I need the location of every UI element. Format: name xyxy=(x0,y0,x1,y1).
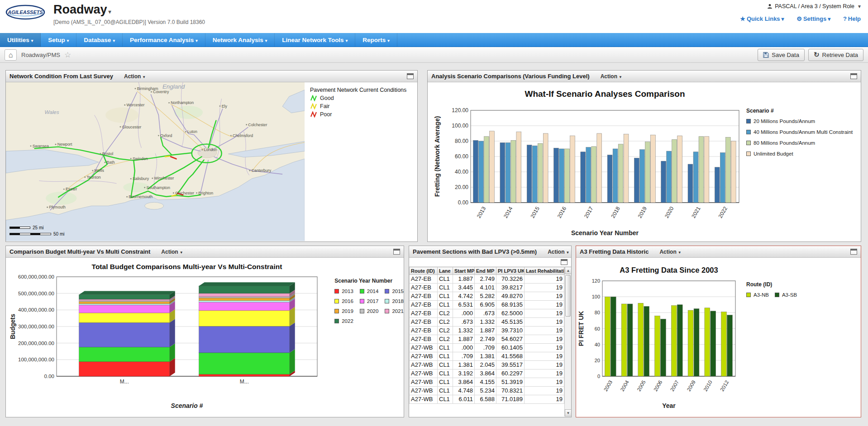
bar xyxy=(725,137,730,203)
vertical-scrollbar[interactable]: ▲ ▼ xyxy=(564,267,571,417)
action-menu[interactable]: Action▼ xyxy=(548,249,569,255)
bar xyxy=(705,308,710,376)
legend-title: Scenario # xyxy=(746,108,853,114)
legend-item: 2013 xyxy=(334,289,353,294)
table-row[interactable]: A27-EBCL21.3321.88739.731019 xyxy=(410,327,564,335)
version-text: [Demo (AMS_IL_07_00@AGILEDBP)] Version 7… xyxy=(53,19,205,25)
table-row[interactable]: A27-WBCL1.7091.38141.556819 xyxy=(410,352,564,361)
table-cell: 19 xyxy=(525,369,564,378)
caret-down-icon: ▼ xyxy=(678,251,682,255)
table-row[interactable]: A27-EBCL2.000.67362.500019 xyxy=(410,309,564,318)
column-header[interactable]: Lane xyxy=(438,267,453,275)
legend-item: 40 Millions Pounds/Annum Multi Constrain… xyxy=(746,129,853,135)
maximize-icon[interactable] xyxy=(561,259,568,265)
caret-down-icon: ▼ xyxy=(566,251,570,255)
maximize-icon[interactable] xyxy=(850,73,857,79)
scroll-up-arrow[interactable]: ▲ xyxy=(565,267,571,274)
table-row[interactable]: A27-EBCL16.5316.90568.913519 xyxy=(410,301,564,309)
bar-segment xyxy=(79,301,170,302)
x-tick-label: 2003 xyxy=(603,379,613,392)
legend-item: 2016 xyxy=(334,298,353,304)
scroll-down-arrow[interactable]: ▼ xyxy=(565,409,571,417)
table-cell: CL1 xyxy=(438,344,453,352)
user-menu[interactable]: PASCAL / Area 3 / System Role▾ xyxy=(729,3,861,9)
nav-item-reports[interactable]: Reports▾ xyxy=(355,33,397,47)
table-row[interactable]: A27-WBCL13.8644.15551.391919 xyxy=(410,378,564,387)
action-menu[interactable]: Action▼ xyxy=(161,249,183,255)
table-cell: 41.5568 xyxy=(496,352,525,361)
bar xyxy=(618,144,623,203)
maximize-icon[interactable] xyxy=(407,73,414,79)
city-label: Bournemouth xyxy=(129,194,153,199)
y-tick-label: 600,000,000.00 xyxy=(18,274,54,279)
nav-item-setup[interactable]: Setup▾ xyxy=(41,33,76,47)
bar-top xyxy=(79,291,175,295)
table-row[interactable]: A27-WBCL16.0116.58871.018919 xyxy=(410,395,564,404)
table-cell: CL1 xyxy=(438,378,453,387)
city-dot xyxy=(158,135,159,136)
y-axis-label: Fretting (Network Average) xyxy=(434,116,441,197)
favorite-star-icon[interactable]: ☆ xyxy=(64,50,71,60)
table-row[interactable]: A27-WBCL14.7485.23470.832119 xyxy=(410,387,564,395)
agileassets-logo[interactable]: AGILEASSETS xyxy=(5,4,45,20)
table-row[interactable]: A27-WBCL1.000.70960.140519 xyxy=(410,344,564,352)
table-cell: 49.8270 xyxy=(496,292,525,301)
table-row[interactable]: A27-EBCL11.8872.74970.322619 xyxy=(410,275,564,284)
action-menu[interactable]: Action▼ xyxy=(124,73,146,80)
table-cell: 19 xyxy=(525,335,564,344)
table-cell: A27-WB xyxy=(410,378,438,387)
column-header[interactable]: Last Rehabilitation Y... xyxy=(525,267,564,275)
retrieve-data-button[interactable]: ↻ Retrieve Data xyxy=(808,49,863,61)
table-row[interactable]: A27-EBCL14.7425.28249.827019 xyxy=(410,292,564,301)
table-row[interactable]: A27-EBCL13.4454.10139.821719 xyxy=(410,284,564,292)
nav-item-network-analysis[interactable]: Network Analysis▾ xyxy=(205,33,275,47)
bar-side xyxy=(290,349,295,374)
home-button[interactable]: ⌂ xyxy=(5,49,17,61)
bar-side xyxy=(290,322,295,353)
save-data-button[interactable]: Save Data xyxy=(758,49,805,61)
bar xyxy=(693,152,698,203)
city-dot xyxy=(130,178,132,180)
legend-swatch xyxy=(334,299,339,303)
action-menu[interactable]: Action▼ xyxy=(659,249,681,255)
action-menu[interactable]: Action▼ xyxy=(601,73,622,80)
scroll-thumb[interactable] xyxy=(565,275,571,317)
table-row[interactable]: A27-EBCL21.8872.74954.602719 xyxy=(410,335,564,344)
nav-item-utilities[interactable]: Utilities▾ xyxy=(0,33,41,47)
bar xyxy=(704,137,709,203)
app-title-menu[interactable]: Roadway▾ xyxy=(53,3,205,17)
panel-title: Comparison Budget Multi-year Vs Multi Co… xyxy=(10,248,150,255)
table-panel-body: Route (ID)LaneStart MPEnd MPPI LPV3 UKLa… xyxy=(409,258,571,417)
column-header[interactable]: PI LPV3 UK xyxy=(496,267,525,275)
column-header[interactable]: Route (ID) xyxy=(410,267,438,275)
maximize-icon[interactable] xyxy=(850,249,857,255)
bar xyxy=(516,132,521,203)
legend-item: A3-SB xyxy=(775,292,797,298)
table-row[interactable]: A27-EBCL2.6731.33245.513519 xyxy=(410,318,564,327)
help-link[interactable]: ?Help xyxy=(843,15,861,22)
nav-item-performance-analysis[interactable]: Performance Analysis▾ xyxy=(123,33,205,47)
table-row[interactable]: A27-WBCL11.3812.04539.551719 xyxy=(410,361,564,369)
x-tick-label: 2018 xyxy=(610,205,621,219)
nav-item-database[interactable]: Database▾ xyxy=(76,33,123,47)
bar xyxy=(538,143,543,203)
column-header[interactable]: End MP xyxy=(475,267,496,275)
settings-menu[interactable]: ⚙Settings▾ xyxy=(796,15,830,22)
caret-down-icon: ▾ xyxy=(782,16,784,22)
y-axis-label: PI FRET UK xyxy=(577,311,585,346)
map-legend: Pavement Network Current Conditions Good… xyxy=(305,82,406,241)
table-row[interactable]: A27-WBCL13.1923.86460.229719 xyxy=(410,369,564,378)
caret-down-icon: ▾ xyxy=(196,38,198,43)
quick-links-menu[interactable]: ★Quick Links▾ xyxy=(740,15,784,22)
maximize-icon[interactable] xyxy=(393,249,400,255)
network-condition-map[interactable]: BirminghamCoventryWorcesterNorthamptonGl… xyxy=(6,82,305,241)
bar xyxy=(650,135,655,203)
bar xyxy=(727,315,733,376)
scroll-track[interactable] xyxy=(565,274,571,409)
table-cell: 60.2297 xyxy=(496,369,525,378)
column-header[interactable]: Start MP xyxy=(453,267,475,275)
nav-item-linear-network-tools[interactable]: Linear Network Tools▾ xyxy=(275,33,355,47)
caret-down-icon: ▾ xyxy=(67,38,69,43)
map-legend-item: Poor xyxy=(310,111,406,118)
app-title: Roadway xyxy=(53,3,107,16)
